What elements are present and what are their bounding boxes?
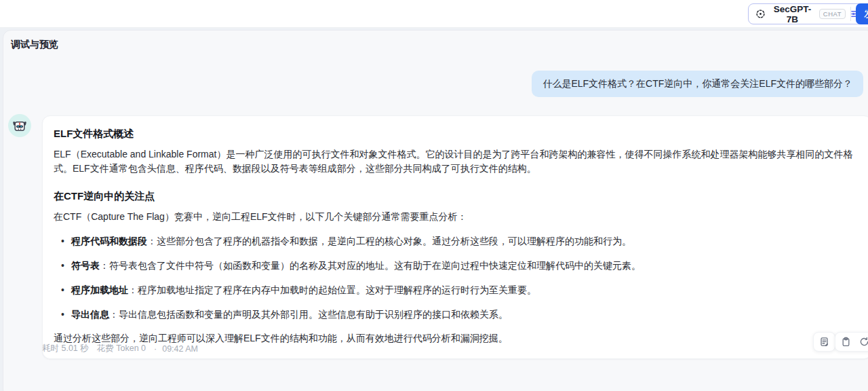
regenerate-icon[interactable] [859, 337, 868, 347]
response-meta: 耗时 5.01 秒 花费 Token 0 · 09:42 AM [42, 343, 198, 354]
message-tools-pill [813, 332, 835, 352]
key-points-list: 程序代码和数据段：这些部分包含了程序的机器指令和数据，是逆向工程的核心对象。通过… [54, 234, 861, 322]
elapsed-time: 耗时 5.01 秒 [42, 343, 89, 354]
chat-mode-badge: CHAT [819, 9, 846, 19]
message-actions-pill [835, 332, 868, 352]
scan-target-icon [755, 9, 766, 19]
section-heading: 在CTF逆向中的关注点 [54, 189, 861, 203]
topbar: SecGPT-7B CHAT 发 [0, 0, 868, 28]
list-item: 导出信息：导出信息包括函数和变量的声明及其外部引用。这些信息有助于识别程序的接口… [54, 308, 861, 322]
panel-title: 调试与预览 [11, 39, 58, 51]
meta-separator: · [154, 344, 157, 354]
document-icon[interactable] [819, 337, 829, 347]
publish-button[interactable]: 发 [856, 3, 868, 24]
topbar-divider [850, 7, 851, 21]
assistant-message-bubble: ELF文件格式概述 ELF（Executable and Linkable Fo… [42, 115, 868, 359]
section-intro: 在CTF（Capture The Flag）竞赛中，逆向工程ELF文件时，以下几… [54, 210, 861, 224]
assistant-avatar [8, 114, 31, 137]
model-name: SecGPT-7B [770, 4, 814, 24]
copy-icon[interactable] [841, 337, 851, 347]
section-body: ELF（Executable and Linkable Format）是一种广泛… [54, 147, 861, 176]
robot-icon [12, 117, 28, 134]
list-item: 程序代码和数据段：这些部分包含了程序的机器指令和数据，是逆向工程的核心对象。通过… [54, 234, 861, 248]
timestamp: 09:42 AM [162, 344, 198, 354]
section-heading: ELF文件格式概述 [54, 127, 861, 141]
list-item: 程序加载地址：程序加载地址指定了程序在内存中加载时的起始位置。这对于理解程序的运… [54, 283, 861, 297]
token-cost: 花费 Token 0 [97, 343, 146, 354]
user-message-bubble: 什么是ELF文件格式？在CTF逆向中，你通常会关注ELF文件的哪些部分？ [532, 71, 863, 97]
list-item: 符号表：符号表包含了文件中符号（如函数和变量）的名称及其对应的地址。这有助于在逆… [54, 259, 861, 273]
